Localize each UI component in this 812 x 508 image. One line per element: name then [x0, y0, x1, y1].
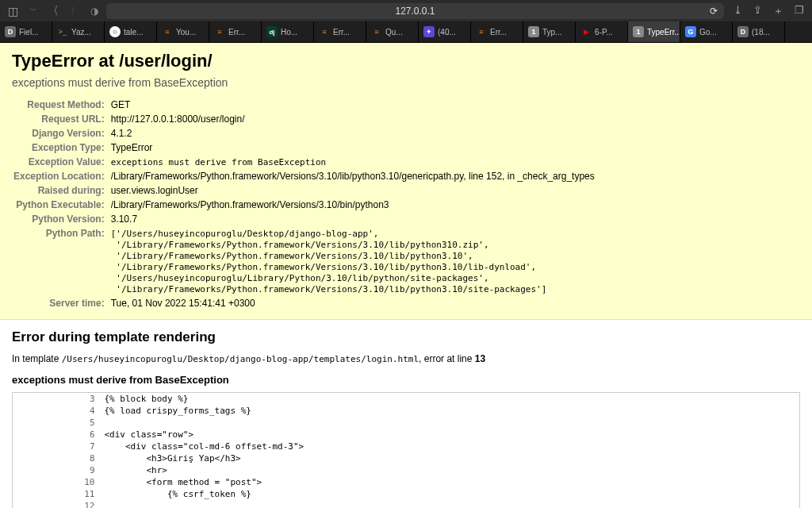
favicon-icon: ✦ [423, 26, 435, 37]
new-tab-icon[interactable]: ＋ [773, 4, 783, 18]
dropdown-chevron-icon[interactable]: ﹀ [29, 6, 36, 16]
downloads-icon[interactable]: ⤓ [733, 4, 742, 18]
browser-tab[interactable]: ≡Qu... [366, 21, 419, 42]
url-text: 127.0.0.1 [395, 6, 435, 17]
meta-row: Exception Value:exceptions must derive f… [13, 156, 595, 168]
share-icon[interactable]: ⇪ [753, 4, 762, 18]
meta-key: Python Path: [13, 227, 109, 295]
meta-row: Python Executable:/Library/Frameworks/Py… [13, 198, 595, 211]
error-meta-table: Request Method:GETRequest URL:http://127… [12, 97, 596, 311]
source-line: 8 <h3>Giriş Yap</h3> [13, 452, 800, 464]
meta-row: Request URL:http://127.0.0.1:8000/user/l… [13, 113, 595, 125]
meta-value: 3.10.7 [111, 213, 595, 225]
tab-label: tale... [124, 28, 143, 37]
tabs-overview-icon[interactable]: ❐ [795, 4, 804, 18]
meta-key: Exception Location: [13, 170, 109, 183]
meta-key: Request URL: [13, 113, 109, 125]
tab-label: (40... [438, 28, 456, 37]
favicon-icon: >_ [57, 26, 68, 37]
line-code: {% csrf_token %} [100, 488, 800, 500]
favicon-icon: ○ [109, 26, 121, 37]
meta-key: Python Version: [13, 213, 109, 225]
browser-tab[interactable]: GGo... [680, 21, 733, 42]
source-line: 10 <form method = "post"> [13, 476, 800, 488]
line-number: 7 [13, 441, 100, 452]
browser-tab[interactable]: ○tale... [105, 21, 157, 42]
favicon-icon: D [5, 26, 16, 37]
line-code [100, 500, 800, 508]
tab-label: 6-P... [595, 28, 613, 37]
address-bar[interactable]: 127.0.0.1 ⟳ [106, 3, 724, 19]
favicon-icon: dj [266, 26, 278, 37]
meta-key: Raised during: [13, 184, 109, 197]
meta-value: 4.1.2 [111, 127, 595, 140]
meta-value: http://127.0.0.1:8000/user/login/ [111, 113, 595, 125]
line-number: 8 [13, 452, 100, 464]
browser-tab[interactable]: djHo... [262, 21, 314, 42]
meta-value: /Library/Frameworks/Python.framework/Ver… [111, 170, 595, 183]
line-number: 12 [13, 500, 100, 508]
line-code: <hr> [100, 464, 800, 476]
reload-icon[interactable]: ⟳ [710, 6, 718, 17]
tab-label: Err... [490, 28, 507, 37]
meta-value: TypeError [111, 141, 595, 154]
tab-label: (18... [752, 28, 770, 37]
browser-tab[interactable]: D(18... [733, 21, 785, 42]
browser-tab[interactable]: 1TypeErr... [628, 21, 680, 42]
meta-key: Request Method: [13, 98, 109, 111]
address-wrap: ◑ 127.0.0.1 ⟳ [90, 3, 724, 19]
line-number: 11 [13, 488, 100, 500]
line-number: 9 [13, 464, 100, 476]
tab-label: You... [176, 28, 196, 37]
browser-tab[interactable]: ▶6-P... [576, 21, 628, 42]
browser-tab[interactable]: ≡Err... [471, 21, 523, 42]
template-error-sub: exceptions must derive from BaseExceptio… [12, 374, 800, 386]
line-code: {% load crispy_forms_tags %} [100, 405, 800, 417]
browser-tab[interactable]: DFiel... [0, 21, 52, 42]
browser-tab[interactable]: >_Yaz... [52, 21, 105, 42]
line-code [100, 417, 800, 429]
line-number: 3 [13, 393, 100, 406]
template-error-intro: In template /Users/huseyincopuroglu/Desk… [12, 353, 800, 364]
browser-tab[interactable]: ≡You... [157, 21, 209, 42]
favicon-icon: D [737, 26, 749, 37]
line-code: {% block body %} [100, 393, 800, 406]
template-source-table: 3{% block body %}4{% load crispy_forms_t… [12, 392, 800, 508]
meta-value: user.views.loginUser [111, 184, 595, 197]
meta-key: Server time: [13, 297, 109, 310]
meta-row: Python Version:3.10.7 [13, 213, 595, 225]
meta-row: Server time:Tue, 01 Nov 2022 15:41:41 +0… [13, 297, 595, 310]
browser-tab[interactable]: ≡Err... [209, 21, 262, 42]
shield-icon[interactable]: ◑ [90, 6, 98, 17]
line-number: 6 [13, 429, 100, 441]
toolbar-right: ⤓ ⇪ ＋ ❐ [733, 4, 804, 18]
sidebar-toggle-icon[interactable]: ◫ [8, 5, 18, 17]
favicon-icon: ≡ [371, 26, 382, 37]
line-number: 4 [13, 405, 100, 417]
meta-value: GET [111, 98, 595, 111]
forward-icon[interactable]: 〉 [70, 4, 81, 18]
tab-label: Yaz... [71, 28, 91, 37]
favicon-icon: G [685, 26, 696, 37]
browser-tab[interactable]: ≡Err... [314, 21, 366, 42]
tab-label: Err... [333, 28, 350, 37]
browser-toolbar: ◫ ﹀ 〈 〉 ◑ 127.0.0.1 ⟳ ⤓ ⇪ ＋ ❐ [0, 0, 812, 21]
favicon-icon: ▶ [580, 26, 592, 37]
line-code: <div class="col-md-6 offset-md-3"> [100, 441, 800, 452]
source-line: 6<div class="row"> [13, 429, 800, 441]
tab-label: Qu... [385, 28, 403, 37]
source-line: 5 [13, 417, 800, 429]
template-error-heading: Error during template rendering [12, 329, 800, 345]
meta-value: Tue, 01 Nov 2022 15:41:41 +0300 [111, 297, 595, 310]
favicon-icon: 1 [633, 26, 644, 37]
source-line: 3{% block body %} [13, 393, 800, 406]
back-icon[interactable]: 〈 [48, 4, 59, 18]
error-subtitle: exceptions must derive from BaseExceptio… [12, 76, 800, 89]
meta-row: Python Path:['/Users/huseyincopuroglu/De… [13, 227, 595, 295]
source-line: 9 <hr> [13, 464, 800, 476]
source-line: 7 <div class="col-md-6 offset-md-3"> [13, 441, 800, 452]
meta-key: Exception Type: [13, 141, 109, 154]
browser-tab[interactable]: ✦(40... [419, 21, 471, 42]
tab-label: Go... [699, 28, 717, 37]
browser-tab[interactable]: 1Typ... [523, 21, 576, 42]
